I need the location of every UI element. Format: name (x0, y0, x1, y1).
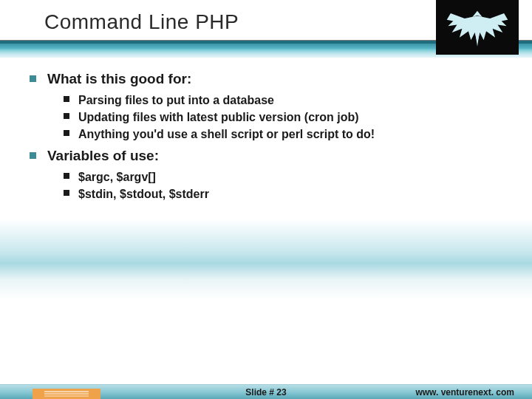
sub-item: $stdin, $stdout, $stderr (47, 185, 510, 202)
bullet-item: What is this good for: Parsing files to … (28, 71, 510, 143)
footer-accent (33, 389, 100, 399)
eagle-icon (446, 7, 509, 48)
bullet-label: Variables of use: (47, 148, 159, 163)
header: Command Line PHP (0, 0, 532, 64)
content: What is this good for: Parsing files to … (28, 71, 510, 207)
slide-number: Slide # 23 (245, 387, 286, 398)
sub-item: Anything you'd use a shell script or per… (47, 126, 510, 143)
logo (436, 0, 519, 55)
footer-url: www. venturenext. com (415, 387, 514, 398)
sub-list: Parsing files to put into a database Upd… (47, 92, 510, 143)
slide: Command Line PHP What is this good for: … (0, 0, 532, 399)
sub-item: $argc, $argv[] (47, 168, 510, 185)
sub-item: Updating files with latest public versio… (47, 109, 510, 126)
sub-item: Parsing files to put into a database (47, 92, 510, 109)
bullet-list: What is this good for: Parsing files to … (28, 71, 510, 202)
sub-list: $argc, $argv[] $stdin, $stdout, $stderr (47, 168, 510, 202)
bullet-label: What is this good for: (47, 71, 191, 86)
footer: Slide # 23 www. venturenext. com (0, 384, 532, 399)
slide-title: Command Line PHP (44, 10, 239, 34)
bullet-item: Variables of use: $argc, $argv[] $stdin,… (28, 148, 510, 202)
